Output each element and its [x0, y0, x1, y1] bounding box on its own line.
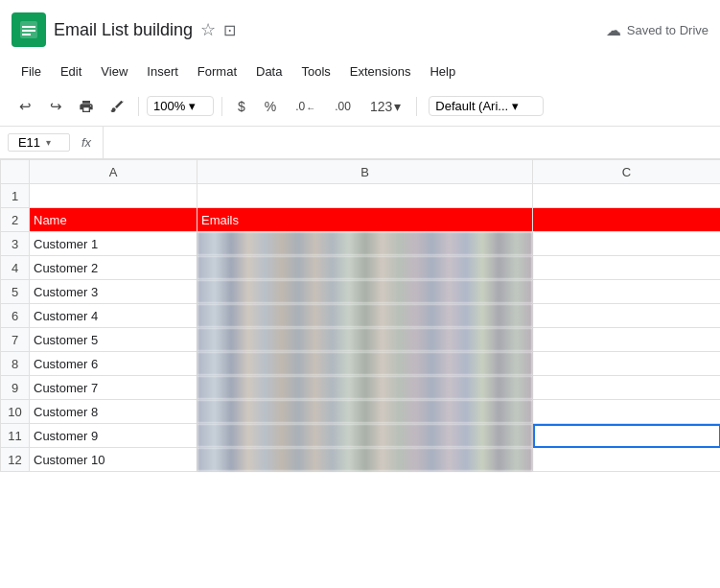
toolbar-divider-2: [221, 97, 222, 116]
menu-bar: File Edit View Insert Format Data Tools …: [0, 56, 720, 86]
app-icon: [12, 12, 46, 47]
menu-data[interactable]: Data: [246, 60, 291, 82]
redo-button[interactable]: ↪: [42, 93, 69, 120]
cell-a1[interactable]: [30, 184, 197, 208]
cell-c12[interactable]: [533, 448, 721, 472]
cell-a11[interactable]: Customer 9: [30, 424, 197, 448]
cell-a12[interactable]: Customer 10: [30, 448, 197, 472]
cell-c10[interactable]: [533, 400, 721, 424]
cell-a5[interactable]: Customer 3: [30, 280, 197, 304]
cell-b3[interactable]: [197, 232, 533, 256]
table-row: 1: [1, 184, 721, 208]
menu-extensions[interactable]: Extensions: [340, 60, 421, 82]
col-header-b[interactable]: B: [197, 160, 533, 184]
zoom-selector[interactable]: 100% ▾: [147, 96, 214, 116]
cell-a3[interactable]: Customer 1: [30, 232, 197, 256]
cell-b9[interactable]: [197, 376, 533, 400]
cell-a9[interactable]: Customer 7: [30, 376, 197, 400]
cell-a7[interactable]: Customer 5: [30, 328, 197, 352]
cell-b8[interactable]: [197, 352, 533, 376]
cell-b12[interactable]: [197, 448, 533, 472]
formula-input[interactable]: [109, 135, 712, 150]
font-selector[interactable]: Default (Ari... ▾: [429, 96, 544, 116]
cell-a6[interactable]: Customer 4: [30, 304, 197, 328]
cell-ref-dropdown[interactable]: ▾: [46, 137, 51, 148]
menu-insert[interactable]: Insert: [137, 60, 188, 82]
cell-b7[interactable]: [197, 328, 533, 352]
col-header-c[interactable]: C: [533, 160, 721, 184]
menu-format[interactable]: Format: [188, 60, 246, 82]
row-num-9: 9: [1, 376, 30, 400]
table-row: 6 Customer 4: [1, 304, 721, 328]
svg-rect-2: [22, 30, 35, 32]
zoom-label: 100%: [153, 99, 185, 113]
star-icon[interactable]: ☆: [200, 19, 216, 40]
cell-c9[interactable]: [533, 376, 721, 400]
decimal-more-button[interactable]: .0 ←: [288, 98, 323, 115]
cell-c2[interactable]: [533, 208, 721, 232]
undo-button[interactable]: ↩: [12, 93, 38, 120]
cell-c1[interactable]: [533, 184, 721, 208]
cell-b1[interactable]: [197, 184, 533, 208]
row-num-12: 12: [1, 448, 30, 472]
percent-button[interactable]: %: [257, 97, 284, 116]
cell-reference[interactable]: E11: [12, 135, 46, 150]
row-num-8: 8: [1, 352, 30, 376]
document-title[interactable]: Email List building: [54, 20, 193, 40]
sheet-container: A B C 1 2 Name Emails 3 Cus: [0, 159, 720, 588]
menu-file[interactable]: File: [12, 60, 51, 82]
title-bar: Email List building ☆ ⊡ ☁ Saved to Drive: [0, 0, 720, 56]
cell-c11[interactable]: [533, 424, 721, 448]
menu-edit[interactable]: Edit: [51, 60, 91, 82]
row-num-4: 4: [1, 256, 30, 280]
toolbar-divider-3: [416, 97, 417, 116]
more-formats-button[interactable]: 123 ▾: [362, 97, 408, 116]
cell-c3[interactable]: [533, 232, 721, 256]
cell-a8[interactable]: Customer 6: [30, 352, 197, 376]
cell-c4[interactable]: [533, 256, 721, 280]
table-row: 8 Customer 6: [1, 352, 721, 376]
decimal-less-button[interactable]: .00: [327, 98, 359, 115]
table-row: 7 Customer 5: [1, 328, 721, 352]
row-num-5: 5: [1, 280, 30, 304]
cell-b5[interactable]: [197, 280, 533, 304]
more-formats-arrow: ▾: [394, 99, 401, 114]
decimal-more-label: .0: [295, 100, 305, 113]
svg-rect-1: [22, 26, 35, 28]
table-row: 11 Customer 9: [1, 424, 721, 448]
row-num-1: 1: [1, 184, 30, 208]
paint-format-button[interactable]: [104, 93, 130, 120]
cell-c6[interactable]: [533, 304, 721, 328]
table-row: 5 Customer 3: [1, 280, 721, 304]
col-header-a[interactable]: A: [30, 160, 197, 184]
cell-b4[interactable]: [197, 256, 533, 280]
cell-b10[interactable]: [197, 400, 533, 424]
print-button[interactable]: [73, 93, 100, 120]
cell-b2[interactable]: Emails: [197, 208, 533, 232]
menu-view[interactable]: View: [91, 60, 137, 82]
folder-icon[interactable]: ⊡: [223, 21, 236, 39]
menu-help[interactable]: Help: [420, 60, 465, 82]
row-num-7: 7: [1, 328, 30, 352]
menu-tools[interactable]: Tools: [291, 60, 339, 82]
zoom-arrow: ▾: [189, 99, 196, 113]
cell-b11[interactable]: [197, 424, 533, 448]
cell-a4[interactable]: Customer 2: [30, 256, 197, 280]
table-row: 9 Customer 7: [1, 376, 721, 400]
cell-a2[interactable]: Name: [30, 208, 197, 232]
currency-button[interactable]: $: [230, 97, 253, 116]
row-num-3: 3: [1, 232, 30, 256]
col-header-row: A B C: [1, 160, 721, 184]
corner-header: [1, 160, 30, 184]
cell-c8[interactable]: [533, 352, 721, 376]
sheet-body: 1 2 Name Emails 3 Customer 1 4: [1, 184, 721, 472]
row-num-11: 11: [1, 424, 30, 448]
toolbar: ↩ ↪ 100% ▾ $ % .0 ← .00 123 ▾ Default (A…: [0, 86, 720, 127]
cell-a10[interactable]: Customer 8: [30, 400, 197, 424]
cell-b6[interactable]: [197, 304, 533, 328]
more-formats-label: 123: [370, 99, 392, 114]
svg-rect-3: [22, 34, 31, 35]
cell-c7[interactable]: [533, 328, 721, 352]
cell-c5[interactable]: [533, 280, 721, 304]
title-icons: ☆ ⊡: [200, 19, 236, 40]
